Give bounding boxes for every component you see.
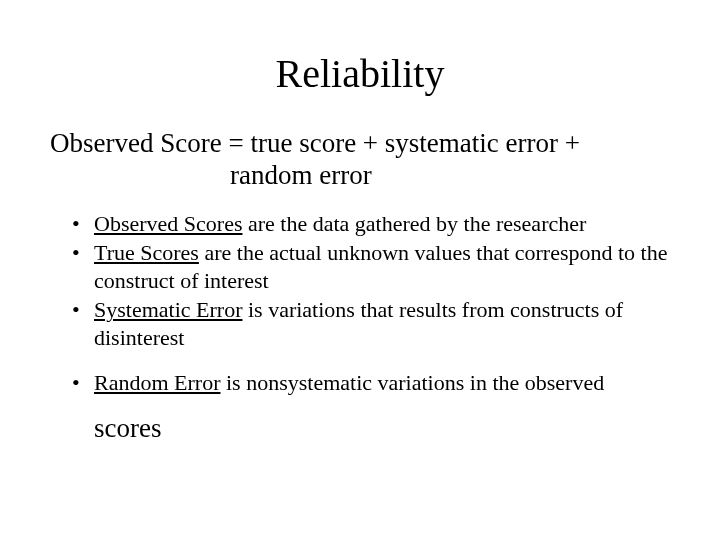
bullet-list-1: Observed Scores are the data gathered by… bbox=[50, 210, 670, 352]
bullet-list-2: Random Error is nonsystematic variations… bbox=[50, 369, 670, 444]
def-observed-scores: are the data gathered by the researcher bbox=[242, 211, 586, 236]
slide-title: Reliability bbox=[50, 50, 670, 97]
term-systematic-error: Systematic Error bbox=[94, 297, 242, 322]
term-random-error: Random Error bbox=[94, 370, 220, 395]
term-true-scores: True Scores bbox=[94, 240, 199, 265]
equation-line-1: Observed Score = true score + systematic… bbox=[50, 127, 670, 159]
bullet-random-error: Random Error is nonsystematic variations… bbox=[50, 369, 670, 397]
random-error-scores-line: scores bbox=[50, 413, 670, 444]
def-random-error: is nonsystematic variations in the obser… bbox=[220, 370, 604, 395]
bullet-systematic-error: Systematic Error is variations that resu… bbox=[50, 296, 670, 351]
equation-line-2: random error bbox=[50, 159, 670, 191]
bullet-true-scores: True Scores are the actual unknown value… bbox=[50, 239, 670, 294]
bullet-observed-scores: Observed Scores are the data gathered by… bbox=[50, 210, 670, 238]
term-observed-scores: Observed Scores bbox=[94, 211, 242, 236]
slide: Reliability Observed Score = true score … bbox=[0, 0, 720, 540]
equation-block: Observed Score = true score + systematic… bbox=[50, 127, 670, 192]
